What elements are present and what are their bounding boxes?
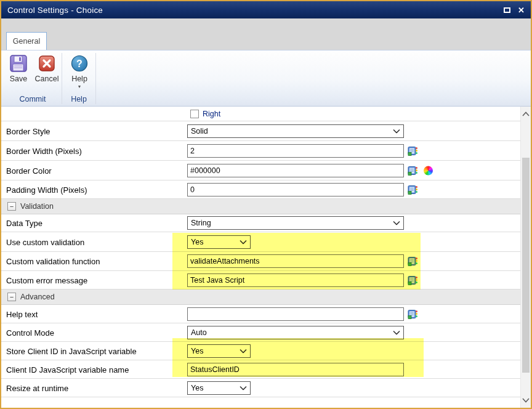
close-icon[interactable]: ✕: [518, 6, 525, 14]
control-settings-dialog: Control Settings - Choice ✕ General Save: [0, 0, 532, 409]
padding-width-row: Padding Width (Pixels): [1, 180, 520, 199]
lookup-icon[interactable]: [408, 184, 418, 195]
help-button[interactable]: ? Help ▼: [65, 54, 94, 89]
color-picker-icon[interactable]: [424, 166, 433, 175]
chevron-down-icon: [393, 129, 400, 133]
store-client-id-select[interactable]: Yes: [187, 344, 251, 358]
use-custom-validation-value: Yes: [191, 238, 203, 246]
use-custom-validation-select[interactable]: Yes: [187, 235, 251, 249]
validation-section-header: − Validation: [1, 199, 520, 214]
chevron-down-icon: [393, 221, 400, 225]
ribbon-separator: [95, 53, 96, 104]
commit-group-label: Commit: [4, 95, 61, 103]
border-color-row: Border Color: [1, 161, 520, 180]
custom-error-message-row: Custom error message: [1, 271, 520, 290]
data-type-select[interactable]: String: [187, 216, 404, 230]
settings-form: Right Border Style Solid Border Width (P…: [1, 107, 520, 408]
padding-width-input[interactable]: [187, 183, 404, 196]
validation-section-label: Validation: [20, 202, 54, 211]
alignment-right-row: Right: [1, 107, 520, 121]
tab-general-label: General: [13, 37, 40, 46]
cancel-button[interactable]: Cancel: [33, 54, 61, 83]
help-group-label: Help: [62, 95, 95, 103]
border-style-select[interactable]: Solid: [187, 124, 404, 138]
cancel-icon: [38, 54, 56, 73]
ribbon: Save Cancel ? Help ▼ Commit Help: [1, 50, 531, 107]
lookup-icon[interactable]: [408, 309, 418, 319]
vertical-scrollbar[interactable]: [520, 107, 531, 408]
custom-error-message-label: Custom error message: [6, 275, 87, 285]
cancel-button-label: Cancel: [35, 75, 59, 83]
border-style-row: Border Style Solid: [1, 121, 520, 141]
help-text-input[interactable]: [187, 307, 404, 321]
control-mode-row: Control Mode Auto: [1, 323, 520, 342]
border-style-value: Solid: [191, 127, 208, 136]
control-mode-label: Control Mode: [6, 328, 54, 337]
right-checkbox-label: Right: [203, 110, 220, 118]
border-color-label: Border Color: [6, 166, 52, 175]
save-floppy-icon: [9, 54, 28, 73]
resize-at-runtime-label: Resize at runtime: [6, 383, 68, 392]
tab-strip: General: [1, 18, 531, 50]
border-style-label: Border Style: [6, 126, 50, 136]
help-text-row: Help text: [1, 305, 520, 323]
use-custom-validation-row: Use custom validation Yes: [1, 232, 520, 252]
svg-text:?: ?: [76, 59, 83, 69]
control-mode-select[interactable]: Auto: [187, 326, 404, 339]
advanced-section-label: Advanced: [20, 293, 55, 301]
lookup-icon[interactable]: [408, 256, 418, 267]
border-color-input[interactable]: [187, 164, 404, 177]
data-type-label: Data Type: [6, 219, 42, 228]
collapse-icon[interactable]: −: [7, 202, 16, 211]
padding-width-label: Padding Width (Pixels): [6, 185, 87, 194]
scroll-down-icon[interactable]: [521, 394, 531, 407]
client-id-variable-row: Client ID JavaScript variable name: [1, 360, 520, 379]
title-bar: Control Settings - Choice ✕: [1, 1, 531, 18]
scrollbar-thumb[interactable]: [522, 158, 530, 373]
chevron-down-icon: [240, 240, 247, 244]
resize-at-runtime-select[interactable]: Yes: [187, 381, 251, 395]
scroll-up-icon[interactable]: [521, 108, 531, 120]
custom-validation-function-input[interactable]: [187, 254, 404, 268]
data-type-value: String: [191, 219, 211, 227]
store-client-id-row: Store Client ID in JavaScript variable Y…: [1, 342, 520, 360]
data-type-row: Data Type String: [1, 214, 520, 232]
custom-validation-function-label: Custom validation function: [6, 257, 100, 266]
right-checkbox[interactable]: [190, 110, 199, 118]
lookup-icon[interactable]: [408, 275, 418, 285]
store-client-id-value: Yes: [191, 347, 203, 355]
help-icon: ?: [70, 54, 89, 73]
client-id-variable-label: Client ID JavaScript variable name: [6, 365, 129, 374]
advanced-section-header: − Advanced: [1, 290, 520, 305]
restore-icon[interactable]: [504, 7, 510, 13]
form-filler: [1, 397, 520, 408]
control-mode-value: Auto: [191, 328, 207, 337]
use-custom-validation-label: Use custom validation: [6, 237, 84, 246]
collapse-icon[interactable]: −: [7, 293, 16, 301]
custom-validation-function-row: Custom validation function: [1, 252, 520, 271]
chevron-down-icon: [240, 349, 247, 353]
lookup-icon[interactable]: [408, 145, 418, 156]
custom-error-message-input[interactable]: [187, 273, 404, 287]
resize-at-runtime-row: Resize at runtime Yes: [1, 379, 520, 397]
help-button-label: Help: [71, 75, 87, 83]
save-button-label: Save: [10, 75, 28, 83]
border-width-label: Border Width (Pixels): [6, 146, 82, 155]
border-width-row: Border Width (Pixels): [1, 141, 520, 161]
chevron-down-icon: [393, 330, 400, 334]
help-dropdown-icon[interactable]: ▼: [78, 84, 82, 89]
border-width-input[interactable]: [187, 144, 404, 158]
tab-general[interactable]: General: [6, 32, 47, 50]
chevron-down-icon: [240, 386, 247, 390]
save-button[interactable]: Save: [4, 54, 33, 83]
resize-at-runtime-value: Yes: [191, 384, 203, 392]
lookup-icon[interactable]: [408, 165, 418, 176]
help-text-label: Help text: [6, 309, 38, 318]
client-id-variable-input[interactable]: [187, 363, 404, 376]
store-client-id-label: Store Client ID in JavaScript variable: [6, 346, 137, 355]
window-title: Control Settings - Choice: [7, 6, 103, 15]
